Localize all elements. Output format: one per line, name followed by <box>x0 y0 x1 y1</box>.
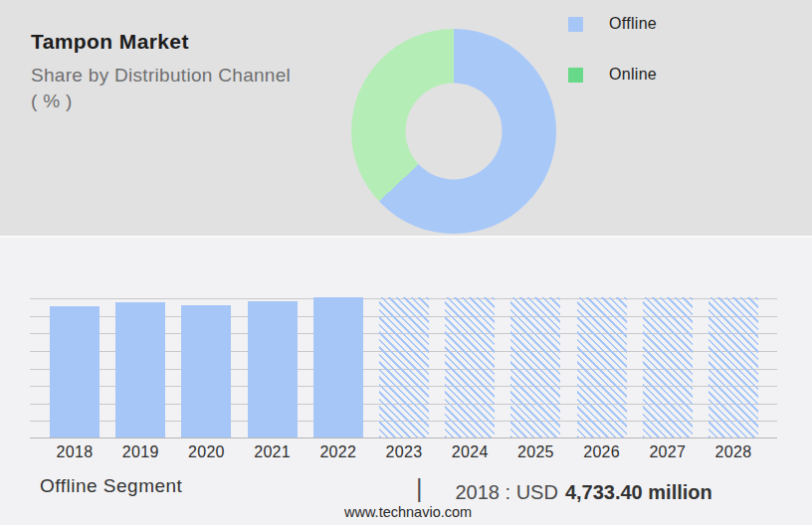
legend-row-offline: Offline <box>568 15 657 33</box>
x-tick-2022: 2022 <box>305 443 371 461</box>
donut-chart <box>351 29 556 234</box>
bar-2026-forecast <box>577 297 627 438</box>
x-axis: 2018201920202021202220232024202520262027… <box>0 443 812 463</box>
bar-2021 <box>248 301 298 438</box>
infographic-canvas: Tampon Market Share by Distribution Chan… <box>0 0 812 525</box>
x-tick-2019: 2019 <box>107 443 173 461</box>
chart-subtitle: Share by Distribution Channel <box>31 63 291 88</box>
segment-label: Offline Segment <box>40 475 182 497</box>
x-tick-2026: 2026 <box>569 443 635 461</box>
pie-section: Tampon Market Share by Distribution Chan… <box>0 0 812 236</box>
x-tick-2021: 2021 <box>240 443 305 461</box>
website-url: www.technavio.com <box>344 504 472 520</box>
bar-2023-forecast <box>379 297 429 438</box>
bar-2020 <box>181 305 231 438</box>
stat-line: |2018 : USD4,733.40 million <box>416 476 712 505</box>
legend-label-offline: Offline <box>609 15 657 33</box>
pie-legend: OfflineOnline <box>568 15 657 84</box>
bar-chart-plot <box>30 298 777 438</box>
legend-swatch-offline <box>568 17 583 32</box>
chart-header: Tampon Market Share by Distribution Chan… <box>31 30 291 114</box>
donut-hole <box>406 84 503 180</box>
x-tick-2027: 2027 <box>635 443 701 461</box>
legend-swatch-online <box>568 68 583 83</box>
bar-2025-forecast <box>510 297 560 438</box>
divider-pipe: | <box>416 474 423 502</box>
bar-2019 <box>115 302 165 438</box>
chart-subtitle-unit: ( % ) <box>31 88 291 114</box>
x-tick-2018: 2018 <box>42 443 107 461</box>
stat-value: 4,733.40 million <box>565 481 712 503</box>
legend-label-online: Online <box>609 66 657 84</box>
bar-2027-forecast <box>643 297 693 438</box>
bar-2018 <box>50 306 100 438</box>
bar-section: 2018201920202021202220232024202520262027… <box>0 238 812 525</box>
legend-row-online: Online <box>568 66 657 84</box>
x-tick-2020: 2020 <box>173 443 239 461</box>
bar-2022 <box>313 297 363 438</box>
x-tick-2025: 2025 <box>503 443 568 461</box>
x-tick-2024: 2024 <box>437 443 503 461</box>
bar-2024-forecast <box>445 297 495 438</box>
page-title: Tampon Market <box>31 30 291 54</box>
stat-prefix: 2018 : USD <box>456 481 558 503</box>
bar-2028-forecast <box>709 297 758 438</box>
x-tick-2028: 2028 <box>701 443 766 461</box>
x-tick-2023: 2023 <box>371 443 437 461</box>
